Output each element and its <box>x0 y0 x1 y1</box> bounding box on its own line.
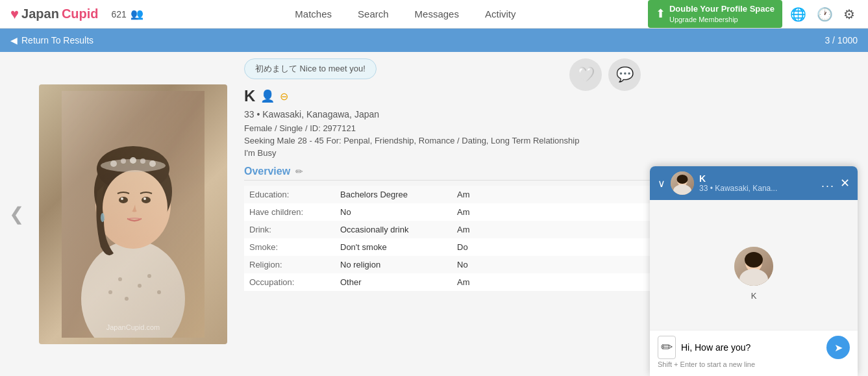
svg-point-7 <box>119 197 128 203</box>
profile-status: I'm Busy <box>244 148 858 158</box>
profile-details: Female / Single / ID: 2977121 <box>244 123 858 133</box>
user-count-number: 621 <box>112 9 127 19</box>
upgrade-icon: ⬆ <box>656 6 665 21</box>
chat-body: K <box>650 200 858 330</box>
chat-more-button[interactable]: ... <box>821 177 835 190</box>
nav-activity[interactable]: Activity <box>485 8 516 19</box>
globe-button[interactable]: 🌐 <box>787 4 809 25</box>
upgrade-button[interactable]: ⬆ Double Your Profile Space Upgrade Memb… <box>648 0 782 28</box>
row-label: Drink: <box>244 221 335 238</box>
row-k-val: Don't smoke <box>335 238 452 256</box>
row-k-val: No religion <box>335 256 452 273</box>
left-chevron-icon: ❮ <box>9 203 24 225</box>
chat-user-sub: 33 • Kawasaki, Kana... <box>699 184 816 193</box>
chat-toggle-button[interactable]: ∨ <box>658 177 665 190</box>
globe-icon: 🌐 <box>790 7 806 21</box>
greeting-badge: 初めまして Nice to meet you! <box>244 58 377 79</box>
chat-hint: Shift + Enter to start a new line <box>658 359 850 371</box>
action-icons: 🤍 💬 <box>569 58 641 91</box>
gear-button[interactable]: ⚙ <box>841 4 858 25</box>
svg-point-17 <box>101 213 105 222</box>
chat-send-button[interactable]: ➤ <box>826 336 850 359</box>
header-right: ⬆ Double Your Profile Space Upgrade Memb… <box>648 0 858 28</box>
row-k-val: Bachelors Degree <box>335 186 452 203</box>
header: ♥ JapanCupid 621 👥 Matches Search Messag… <box>0 0 868 29</box>
profile-seeking: Seeking Male 28 - 45 For: Penpal, Friend… <box>244 136 858 145</box>
svg-point-8 <box>142 197 151 203</box>
back-arrow-icon: ◀ <box>10 35 18 45</box>
return-text: Return To Results <box>21 35 93 45</box>
user-count: 621 👥 <box>112 8 143 20</box>
profile-photo-svg <box>62 91 205 338</box>
svg-point-12 <box>110 160 117 167</box>
svg-point-13 <box>121 158 126 164</box>
row-label: Religion: <box>244 256 335 273</box>
pagination: 3 / 1000 <box>825 35 858 45</box>
chat-avatar-image <box>671 171 694 195</box>
svg-point-23 <box>157 290 161 294</box>
profile-type-icon: 👤 <box>260 89 275 103</box>
chat-popup: ∨ K 33 • Kawasaki, Kana... ... ✕ <box>650 166 858 376</box>
logo-cupid: Cupid <box>62 6 99 21</box>
chat-avatar <box>671 171 694 195</box>
sub-header: ◀ Return To Results 3 / 1000 <box>0 29 868 52</box>
nav-links: Matches Search Messages Activity <box>163 8 648 19</box>
return-link[interactable]: ◀ Return To Results <box>10 35 93 45</box>
logo-heart-icon: ♥ <box>10 6 19 23</box>
svg-point-26 <box>677 175 688 184</box>
chat-edit-icon[interactable]: ✏ <box>658 336 676 359</box>
overview-title: Overview <box>244 166 290 177</box>
svg-point-20 <box>125 297 129 301</box>
chat-input-area: ✏ ➤ Shift + Enter to start a new line <box>650 330 858 376</box>
svg-point-14 <box>130 157 136 164</box>
chat-user-info: K 33 • Kawasaki, Kana... <box>699 173 816 193</box>
prev-arrow[interactable]: ❮ <box>0 52 32 376</box>
row-label: Occupation: <box>244 273 335 291</box>
chat-profile-avatar <box>734 247 773 286</box>
svg-point-22 <box>108 290 112 294</box>
profile-name: K <box>244 87 255 105</box>
edit-icon[interactable]: ✏ <box>295 166 303 177</box>
profile-photo: JapanCupid.com <box>39 84 227 344</box>
logo: ♥ JapanCupid <box>10 6 99 23</box>
chat-profile-avatar-image <box>734 247 773 286</box>
chat-close-button[interactable]: ✕ <box>840 176 850 190</box>
clock-button[interactable]: 🕐 <box>814 4 836 25</box>
chat-profile-name: K <box>751 291 757 301</box>
row-k-val: Occasionally drink <box>335 221 452 238</box>
upgrade-title: Double Your Profile Space <box>669 4 775 15</box>
busy-indicator: ⊖ <box>280 90 288 103</box>
svg-point-21 <box>147 274 151 278</box>
svg-point-16 <box>149 160 156 167</box>
profile-name-row: K 👤 ⊖ <box>244 87 858 105</box>
svg-point-9 <box>121 197 123 200</box>
clock-icon: 🕐 <box>817 7 833 21</box>
row-label: Smoke: <box>244 238 335 256</box>
chat-header: ∨ K 33 • Kawasaki, Kana... ... ✕ <box>650 166 858 200</box>
svg-point-19 <box>138 284 142 288</box>
nav-messages[interactable]: Messages <box>415 8 459 19</box>
gear-icon: ⚙ <box>843 7 855 21</box>
row-k-val: Other <box>335 273 452 291</box>
send-icon: ➤ <box>834 342 843 354</box>
row-label: Education: <box>244 186 335 203</box>
chat-input-row: ✏ ➤ <box>658 336 850 359</box>
photo-watermark: JapanCupid.com <box>106 323 160 331</box>
upgrade-sub: Upgrade Membership <box>669 15 775 24</box>
chat-user-name: K <box>699 173 816 184</box>
users-icon: 👥 <box>130 8 143 20</box>
profile-location: 33 • Kawasaki, Kanagawa, Japan <box>244 109 858 119</box>
logo-japan: Japan <box>21 6 59 21</box>
nav-search[interactable]: Search <box>358 8 389 19</box>
svg-point-10 <box>143 197 146 200</box>
svg-point-30 <box>745 252 763 268</box>
svg-point-15 <box>140 158 145 164</box>
row-k-val: No <box>335 203 452 221</box>
nav-matches[interactable]: Matches <box>295 8 332 19</box>
heart-button[interactable]: 🤍 <box>569 58 602 91</box>
message-button[interactable]: 💬 <box>608 58 641 91</box>
chat-input[interactable] <box>681 342 821 353</box>
row-label: Have children: <box>244 203 335 221</box>
svg-point-18 <box>118 277 122 281</box>
photo-section: JapanCupid.com <box>32 52 234 376</box>
